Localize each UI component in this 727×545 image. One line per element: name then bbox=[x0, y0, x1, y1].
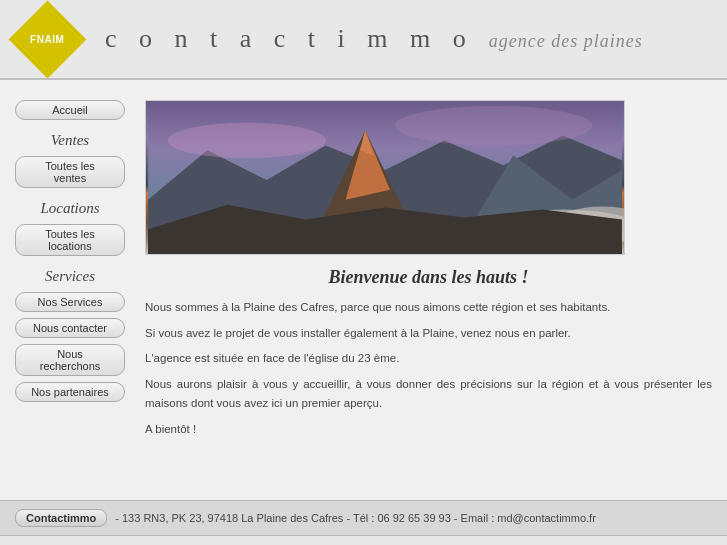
paragraph-3: L'agence est située en face de l'église … bbox=[145, 349, 712, 369]
nos-partenaires-button[interactable]: Nos partenaires bbox=[15, 382, 125, 402]
footer-bar: Contactimmo - 133 RN3, PK 23, 97418 La P… bbox=[0, 500, 727, 536]
nous-contacter-button[interactable]: Nous contacter bbox=[15, 318, 125, 338]
fnaim-logo: FNAIM bbox=[9, 0, 87, 78]
fnaim-text: FNAIM bbox=[30, 33, 64, 44]
accueil-button[interactable]: Accueil bbox=[15, 100, 125, 120]
content-text: Nous sommes à la Plaine des Cafres, parc… bbox=[145, 298, 712, 439]
paragraph-5: A bientôt ! bbox=[145, 420, 712, 440]
locations-category: Locations bbox=[40, 200, 99, 217]
bottom-section: Nombre de visites : 10185 Accès agent 🅿 … bbox=[0, 536, 727, 545]
paragraph-1: Nous sommes à la Plaine des Cafres, parc… bbox=[145, 298, 712, 318]
nos-services-button[interactable]: Nos Services bbox=[15, 292, 125, 312]
site-tagline: agence des plaines bbox=[489, 31, 643, 52]
welcome-title: Bienvenue dans les hauts ! bbox=[145, 267, 712, 288]
main-content: Bienvenue dans les hauts ! Nous sommes à… bbox=[140, 90, 727, 455]
toutes-locations-button[interactable]: Toutes les locations bbox=[15, 224, 125, 256]
ventes-category: Ventes bbox=[51, 132, 89, 149]
services-category: Services bbox=[45, 268, 95, 285]
paragraph-2: Si vous avez le projet de vous installer… bbox=[145, 324, 712, 344]
site-name: c o n t a c t i m m o bbox=[105, 24, 474, 54]
footer-company-label: Contactimmo bbox=[15, 509, 107, 527]
main-wrapper: Accueil Ventes Toutes les ventes Locatio… bbox=[0, 80, 727, 500]
footer-address: - 133 RN3, PK 23, 97418 La Plaine des Ca… bbox=[115, 512, 596, 524]
svg-point-10 bbox=[395, 106, 592, 145]
paragraph-4: Nous aurons plaisir à vous y accueillir,… bbox=[145, 375, 712, 414]
nous-recherchons-button[interactable]: Nous recherchons bbox=[15, 344, 125, 376]
header: FNAIM c o n t a c t i m m o agence des p… bbox=[0, 0, 727, 80]
hero-image bbox=[145, 100, 625, 255]
svg-point-9 bbox=[168, 123, 326, 159]
sidebar: Accueil Ventes Toutes les ventes Locatio… bbox=[0, 90, 140, 455]
svg-marker-8 bbox=[148, 205, 622, 254]
toutes-ventes-button[interactable]: Toutes les ventes bbox=[15, 156, 125, 188]
header-title: c o n t a c t i m m o agence des plaines bbox=[105, 24, 707, 54]
content-area: Accueil Ventes Toutes les ventes Locatio… bbox=[0, 80, 727, 465]
